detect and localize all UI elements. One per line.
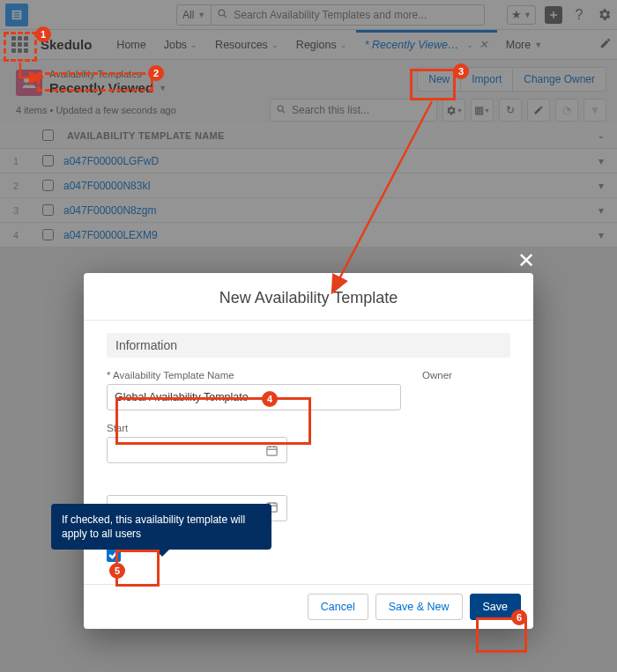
calendar-icon[interactable] xyxy=(265,444,279,460)
name-input[interactable] xyxy=(107,384,401,410)
new-record-modal: ✕ New Availability Template Information … xyxy=(84,273,533,629)
owner-field-label: Owner xyxy=(422,370,510,380)
modal-title: New Availability Template xyxy=(84,273,533,320)
name-field-label: * Availability Template Name xyxy=(107,370,401,380)
calendar-icon[interactable] xyxy=(265,500,279,516)
start-field-label: Start xyxy=(107,423,510,433)
section-header: Information xyxy=(107,333,510,358)
close-modal-button[interactable]: ✕ xyxy=(517,248,535,273)
global-field-label: Global xyxy=(107,532,138,544)
svg-rect-10 xyxy=(267,447,277,455)
end-date-input[interactable] xyxy=(107,495,287,521)
cancel-button[interactable]: Cancel xyxy=(308,594,368,620)
start-date-input[interactable] xyxy=(107,437,287,463)
save-button[interactable]: Save xyxy=(470,594,522,620)
modal-footer: Cancel Save & New Save xyxy=(84,584,533,629)
global-checkbox[interactable] xyxy=(107,548,121,562)
help-icon[interactable]: i xyxy=(143,532,155,544)
svg-rect-14 xyxy=(267,503,277,512)
save-and-new-button[interactable]: Save & New xyxy=(375,594,463,620)
